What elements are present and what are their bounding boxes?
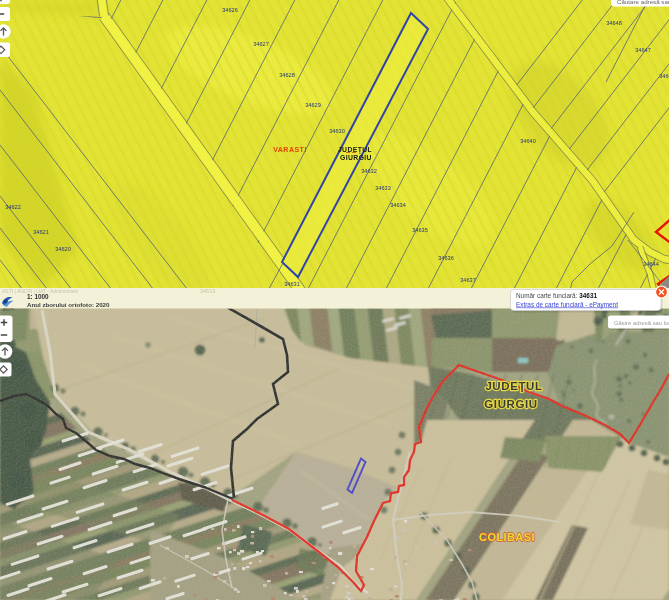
svg-text:VARASTI: VARASTI	[273, 146, 307, 153]
svg-text:GIURGIU: GIURGIU	[340, 154, 372, 161]
svg-text:34630: 34630	[329, 128, 345, 134]
svg-text:34635: 34635	[412, 227, 428, 233]
svg-text:34640: 34640	[520, 138, 536, 144]
svg-text:Număr carte funciară: 34631: Număr carte funciară: 34631	[516, 292, 597, 299]
svg-text:Căutare adresă sau loc: Căutare adresă sau loc	[617, 0, 669, 5]
svg-text:34637: 34637	[460, 277, 476, 283]
svg-text:34619: 34619	[200, 288, 215, 294]
svg-text:34629: 34629	[305, 102, 321, 108]
svg-text:ANCPI: ANCPI	[3, 308, 14, 312]
svg-text:34636: 34636	[438, 255, 454, 261]
svg-text:34627: 34627	[253, 41, 269, 47]
svg-text:34621: 34621	[33, 229, 49, 235]
svg-text:Anul zborului ortofoto: 2020: Anul zborului ortofoto: 2020	[27, 301, 110, 308]
svg-text:34646: 34646	[659, 73, 669, 79]
svg-text:Găsire adresă sau loc: Găsire adresă sau loc	[614, 320, 669, 326]
svg-text:1: 1000: 1: 1000	[27, 293, 49, 300]
svg-text:34633: 34633	[375, 185, 391, 191]
svg-text:34632: 34632	[361, 168, 377, 174]
svg-text:34622: 34622	[5, 204, 21, 210]
svg-text:34631: 34631	[284, 281, 300, 287]
svg-text:Extras de carte funciară - ePa: Extras de carte funciară - ePayment	[516, 301, 618, 309]
svg-text:34626: 34626	[222, 7, 238, 13]
svg-text:34648: 34648	[606, 20, 622, 26]
svg-text:34634: 34634	[390, 202, 406, 208]
svg-text:34628: 34628	[279, 72, 295, 78]
svg-text:34620: 34620	[55, 246, 71, 252]
svg-text:34647: 34647	[635, 47, 651, 53]
svg-text:34644: 34644	[643, 261, 659, 267]
